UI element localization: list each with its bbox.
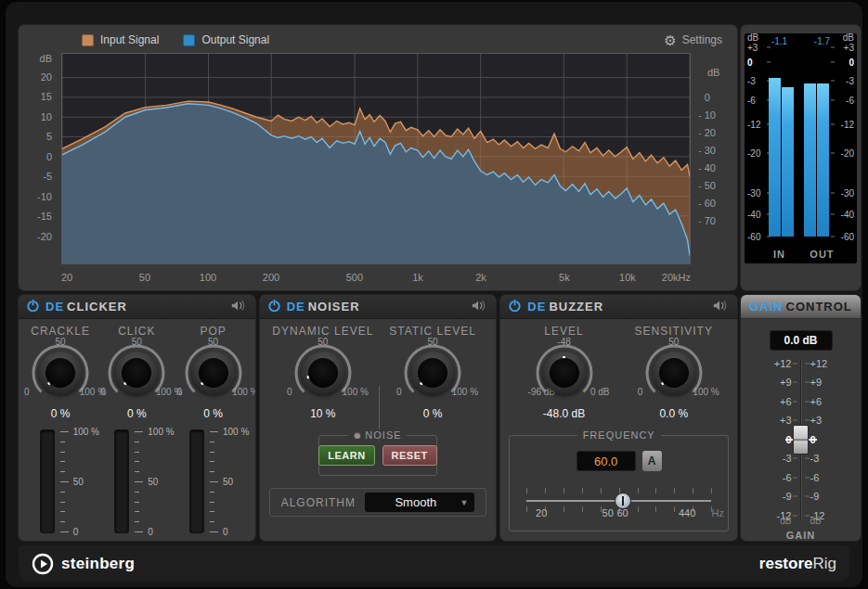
fader-scale-label: +12 (810, 358, 828, 369)
meter-tick (135, 442, 139, 442)
fader-scale-label: +3 (780, 415, 792, 426)
meter-tick-dash (831, 152, 835, 153)
meter-scale-label: 50 (73, 477, 84, 487)
declicker-pop-knob-label: POP (200, 325, 226, 338)
reset-button[interactable]: RESET (382, 445, 437, 466)
meter-unit-label: dB (747, 32, 758, 42)
out-peak-value: -1.7 (814, 36, 830, 46)
declicker-crackle-knob-block: CRACKLE050100 %0 % (22, 325, 98, 420)
denoiser-title: DENOISER (287, 300, 360, 314)
denoiser-static-level-arc-min: 0 (396, 387, 402, 397)
frequency-groupbox: FREQUENCY 60.0 A 205060440Hz (509, 435, 729, 531)
denoiser-static-level-knob[interactable] (411, 352, 454, 394)
meter-scale-label: 50 (223, 477, 233, 487)
declicker-pop-arc-max: 100 % (232, 387, 254, 397)
meter-tick (60, 431, 69, 432)
denoiser-panel: DENOISER DYNAMIC LEVEL050100 %10 %STATIC… (260, 295, 497, 541)
meter-tick-dash (831, 214, 835, 215)
meter-scale-tick: -30 (747, 188, 760, 198)
meter-bar-in (769, 78, 781, 237)
monitor-speaker-icon[interactable] (230, 299, 247, 315)
fader-scale-label: -3 (810, 453, 820, 464)
declicker-pop-knob-wrap: 050100 % (179, 341, 248, 403)
meter-scale-label: 100 % (148, 427, 174, 437)
meter-tick-dash (831, 193, 835, 194)
declicker-pop-knob-block: POP050100 %0 % (175, 325, 251, 420)
io-meter-panel: dBdB+3+300-3-3-6-6-12-12-20-20-30-30-40-… (741, 25, 861, 290)
debuzzer-sensitivity-arc-min: 0 (638, 387, 643, 397)
meter-scale-label: 0 (148, 527, 153, 537)
right-axis-tick: -20 (698, 127, 716, 138)
declicker-pop-knob[interactable] (192, 352, 235, 394)
debuzzer-sensitivity-knob[interactable] (653, 352, 695, 394)
fader-tick-dash (805, 420, 810, 421)
debuzzer-sensitivity-knob-wrap: 050100 % (640, 341, 708, 403)
fader-tick-dash (793, 420, 797, 421)
learn-button[interactable]: LEARN (318, 445, 374, 466)
declicker-click-arc-min: 0 (100, 387, 106, 397)
slider-scale-label: 20 (536, 507, 547, 519)
settings-button[interactable]: ⚙ Settings (664, 33, 722, 47)
left-axis-tick: 0 (46, 151, 52, 162)
noise-group-title: NOISE (348, 429, 407, 441)
slider-tick (655, 506, 656, 512)
left-axis-tick: -15 (37, 211, 52, 222)
left-axis-tick: 15 (41, 91, 52, 102)
auto-button[interactable]: A (642, 451, 662, 471)
declicker-click-knob-label: CLICK (118, 325, 155, 338)
meter-scale-tick: -6 (846, 95, 854, 105)
monitor-speaker-icon[interactable] (712, 299, 729, 315)
denoiser-dynamic-level-knob-wrap: 050100 % (289, 341, 357, 403)
power-icon[interactable] (27, 299, 39, 315)
algorithm-label: ALGORITHM (281, 496, 356, 509)
frequency-value-display[interactable]: 60.0 (577, 451, 636, 471)
fader-tick-dash (793, 496, 797, 497)
slider-scale-label: 50 (602, 507, 614, 519)
denoiser-dynamic-level-knob[interactable] (302, 352, 344, 394)
slider-tick (674, 506, 675, 512)
fader-scale-label: +6 (780, 396, 792, 407)
gain-value-display[interactable]: 0.0 dB (770, 330, 833, 351)
declicker-click-knob[interactable] (115, 352, 158, 394)
meter-tick (60, 492, 65, 493)
left-axis-tick: -20 (37, 231, 52, 242)
meter-scale-label: 100 % (223, 427, 249, 437)
right-axis-tick: -50 (698, 180, 716, 191)
meter-scale-tick: 0 (747, 58, 753, 68)
power-icon[interactable] (509, 299, 521, 315)
debuzzer-level-arc-max: 0 dB (590, 387, 610, 397)
gain-control-header: GAINCONTROL (741, 295, 861, 319)
meter-scale-tick: +3 (844, 42, 854, 52)
reduction-meter-bar (40, 429, 55, 533)
meter-tick (60, 531, 69, 532)
x-axis-tick: 100 (200, 272, 216, 283)
denoiser-static-level-pointer-mark (420, 376, 430, 386)
meter-scale-tick: -40 (747, 210, 760, 220)
denoiser-dynamic-level-arc-mid: 50 (317, 337, 328, 347)
debuzzer-level-knob[interactable] (543, 352, 586, 394)
fader-scale-label: +12 (774, 358, 792, 369)
declicker-panel: DECLICKER CRACKLE050100 %0 %CLICK050100 … (19, 295, 255, 541)
frequency-slider: 205060440Hz (526, 482, 711, 519)
gain-bottom-label: GAIN (741, 530, 861, 541)
algorithm-dropdown[interactable]: Smooth ▼ (365, 493, 474, 512)
noise-led-indicator (354, 432, 360, 439)
gain-fader-handle[interactable] (793, 425, 809, 455)
reduction-meter: 100 %500 (101, 429, 172, 537)
fader-tick-dash (805, 496, 810, 497)
meter-tick (210, 531, 218, 532)
debuzzer-level-knob-value: -48.0 dB (543, 407, 585, 420)
fader-tick-dash (805, 401, 810, 402)
monitor-speaker-icon[interactable] (471, 299, 487, 315)
meter-scale-tick: -12 (841, 120, 854, 130)
plugin-window: Input Signal Output Signal ⚙ Settings dB… (6, 2, 862, 587)
denoiser-static-level-knob-value: 0 % (423, 407, 443, 420)
power-icon[interactable] (268, 299, 280, 315)
right-axis-tick: -30 (698, 145, 716, 156)
debuzzer-sensitivity-knob-label: SENSITIVITY (635, 325, 713, 338)
slider-tick (545, 488, 546, 493)
meter-scale-tick: -60 (747, 232, 760, 242)
meter-tick (210, 431, 218, 432)
declicker-crackle-pointer-mark (47, 376, 58, 386)
declicker-crackle-knob[interactable] (39, 352, 82, 394)
